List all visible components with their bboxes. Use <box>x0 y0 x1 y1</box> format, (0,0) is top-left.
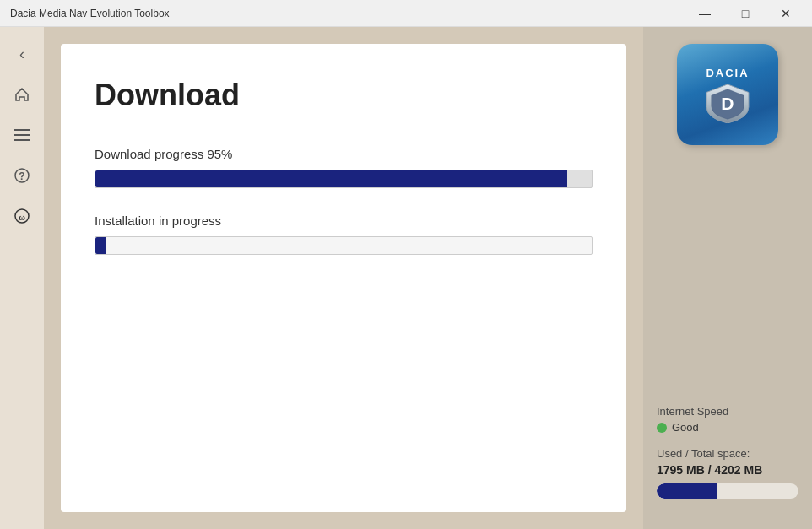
svg-text:?: ? <box>19 170 24 182</box>
sidebar-icon-home[interactable] <box>5 78 39 111</box>
sidebar-icon-menu[interactable] <box>5 118 39 152</box>
page-title: Download <box>95 78 593 113</box>
content-card: Download Download progress 95% Installat… <box>61 44 626 512</box>
svg-text:D: D <box>721 93 734 112</box>
space-bar-fill <box>657 483 717 499</box>
space-bar-container <box>657 483 798 499</box>
dacia-text: DACIA <box>706 67 749 79</box>
dacia-logo-card: DACIA <box>677 44 778 145</box>
sidebar-icon-update[interactable]: ω <box>5 199 39 233</box>
internet-speed-label: Internet Speed <box>657 405 798 418</box>
close-button[interactable]: ✕ <box>766 0 805 27</box>
speed-row: Good <box>657 421 798 434</box>
svg-text:ω: ω <box>19 212 25 222</box>
install-bar-fill <box>95 237 106 254</box>
window-title: Dacia Media Nav Evolution Toolbox <box>10 8 170 19</box>
green-dot-icon <box>657 423 667 433</box>
window-controls: — □ ✕ <box>685 0 805 27</box>
sidebar: ‹ ? ω <box>0 27 44 529</box>
titlebar: Dacia Media Nav Evolution Toolbox — □ ✕ <box>0 0 812 27</box>
minimize-button[interactable]: — <box>685 0 724 27</box>
maximize-button[interactable]: □ <box>726 0 765 27</box>
dacia-shield-icon: D <box>702 83 753 123</box>
download-progress-label: Download progress 95% <box>95 147 593 161</box>
right-panel: DACIA <box>643 27 812 529</box>
content: Download Download progress 95% Installat… <box>44 27 812 529</box>
dacia-logo: DACIA <box>702 67 753 123</box>
space-label: Used / Total space: <box>657 447 798 460</box>
download-progress-bar-container <box>95 170 593 188</box>
sidebar-icon-help[interactable]: ? <box>5 159 39 192</box>
storage-section: Used / Total space: 1795 MB / 4202 MB <box>657 447 798 499</box>
install-bar-container <box>95 236 593 255</box>
main-panel: Download Download progress 95% Installat… <box>44 27 643 529</box>
download-progress-bar-fill <box>95 170 567 187</box>
internet-speed-section: Internet Speed Good <box>657 405 798 434</box>
space-value: 1795 MB / 4202 MB <box>657 463 798 477</box>
sidebar-icon-back[interactable]: ‹ <box>5 37 39 71</box>
install-label: Installation in progress <box>95 213 593 228</box>
app-body: ‹ ? ω <box>0 27 812 529</box>
speed-value: Good <box>672 421 699 434</box>
